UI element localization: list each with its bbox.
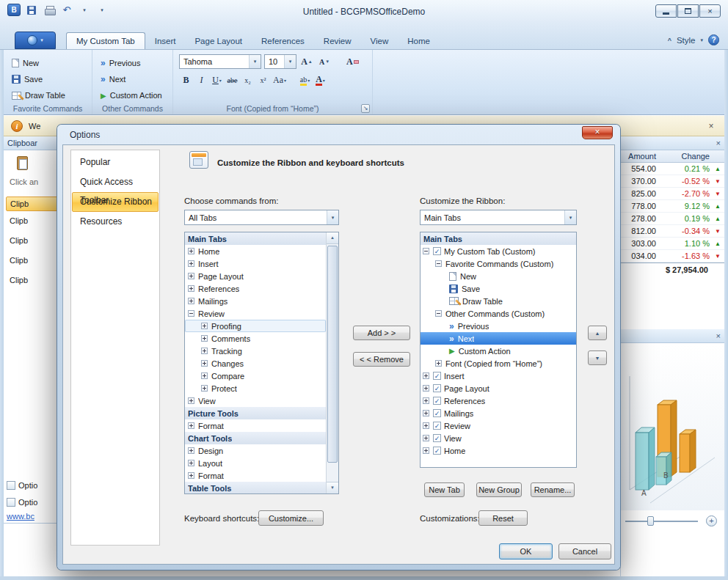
commands-item-format[interactable]: Format <box>185 469 326 482</box>
checkbox-checked[interactable]: ✓ <box>433 384 441 392</box>
tab-insert[interactable]: Insert <box>145 33 186 49</box>
tree-item-new[interactable]: New <box>421 270 576 282</box>
scroll-down-icon[interactable]: ▼ <box>327 482 338 493</box>
remove-button[interactable]: < < Remove <box>353 352 410 367</box>
help-icon[interactable]: ? <box>708 34 719 45</box>
nav-item-quick-access-toolbar[interactable]: Quick Access Toolbar <box>72 172 159 192</box>
subscript-button[interactable]: x₂ <box>241 73 255 87</box>
table-row[interactable]: 370.00 -0.52 % ▼ <box>621 175 724 188</box>
zoom-in-button[interactable]: + <box>706 515 717 526</box>
chevron-down-icon[interactable]: ▾ <box>564 210 576 224</box>
new-button[interactable]: New <box>10 55 87 71</box>
expand-icon[interactable] <box>423 397 429 404</box>
checkbox-checked[interactable]: ✓ <box>433 434 441 442</box>
commands-item-mailings[interactable]: Mailings <box>185 295 326 307</box>
commands-item-format[interactable]: Format <box>185 419 326 432</box>
commands-item-tracking[interactable]: Tracking <box>185 345 326 357</box>
expand-icon[interactable] <box>423 435 429 441</box>
save-button[interactable] <box>25 4 38 16</box>
close-button[interactable]: × <box>699 4 721 18</box>
collapse-icon[interactable] <box>435 310 442 317</box>
commands-item-proofing[interactable]: Proofing <box>185 320 326 332</box>
expand-icon[interactable] <box>423 410 429 416</box>
expand-icon[interactable] <box>188 248 194 254</box>
strikethrough-button[interactable]: abe <box>225 73 239 87</box>
font-name-combo[interactable]: Tahoma ▾ <box>179 54 261 69</box>
table-row[interactable]: 034.00 -1.63 % ▼ <box>621 250 724 263</box>
customize-shortcuts-button[interactable]: Customize... <box>258 510 324 526</box>
file-menu-button[interactable]: ▾ <box>15 32 56 49</box>
tree-item-other-commands[interactable]: Other Commands (Custom) <box>421 307 576 320</box>
checkbox-checked[interactable]: ✓ <box>433 409 441 417</box>
undo-button[interactable]: ↶ <box>60 4 73 16</box>
dialog-launcher-icon[interactable]: ↘ <box>361 104 370 113</box>
clipboard-item[interactable]: Clipb <box>4 271 60 290</box>
tree-item-next-selected[interactable]: »Next <box>421 332 576 345</box>
nav-item-customize-ribbon[interactable]: Customize Ribbon <box>72 192 159 212</box>
tree-item-font-group[interactable]: Font (Copied from “Home”) <box>421 357 576 370</box>
commands-item-page-layout[interactable]: Page Layout <box>185 270 326 282</box>
zoom-slider-track[interactable] <box>625 521 698 522</box>
grow-font-button[interactable]: A▲ <box>299 54 314 69</box>
collapse-icon[interactable] <box>435 260 442 267</box>
pane-close-icon[interactable]: × <box>716 139 721 147</box>
tree-item-custom-action[interactable]: ▶Custom Action <box>421 345 576 357</box>
tree-item-view[interactable]: ✓View <box>421 432 576 444</box>
clipboard-item[interactable]: Clipb <box>4 211 60 231</box>
commands-item-compare[interactable]: Compare <box>185 370 326 382</box>
expand-icon[interactable] <box>423 422 429 429</box>
scroll-up-icon[interactable]: ▲ <box>327 232 338 244</box>
commands-item-design[interactable]: Design <box>185 444 326 457</box>
expand-icon[interactable] <box>201 360 208 367</box>
collapse-ribbon-icon[interactable]: ^ <box>668 37 671 44</box>
print-button[interactable] <box>43 4 56 16</box>
clear-formatting-button[interactable]: A <box>345 54 360 69</box>
clipboard-item-selected[interactable]: Clipb <box>6 197 58 211</box>
scrollbar[interactable]: ▲ ▼ <box>326 232 338 493</box>
expand-icon[interactable] <box>188 397 194 404</box>
dialog-close-button[interactable]: × <box>582 126 613 139</box>
italic-button[interactable]: I <box>194 73 208 87</box>
expand-icon[interactable] <box>201 372 208 379</box>
change-case-button[interactable]: Aa▾ <box>272 73 288 87</box>
website-link[interactable]: www.bc <box>7 512 60 521</box>
font-size-combo[interactable]: 10 ▾ <box>264 54 296 69</box>
superscript-button[interactable]: x² <box>256 73 270 87</box>
new-group-button[interactable]: New Group <box>476 482 522 497</box>
draw-table-button[interactable]: Draw Table <box>10 87 87 103</box>
tree-item-draw-table[interactable]: Draw Table <box>421 295 576 307</box>
tree-item-home[interactable]: ✓Home <box>421 444 576 457</box>
zoom-slider-thumb[interactable] <box>647 516 654 526</box>
reset-button[interactable]: Reset <box>478 510 528 526</box>
checkbox-checked[interactable]: ✓ <box>433 372 441 380</box>
tree-item-my-custom-tab[interactable]: ✓My Custom Tab (Custom) <box>421 245 576 257</box>
column-header-amount[interactable]: Amount <box>621 152 656 161</box>
expand-icon[interactable] <box>423 385 429 392</box>
checkbox-checked[interactable]: ✓ <box>433 247 441 255</box>
table-row[interactable]: 812.00 -0.34 % ▼ <box>621 225 724 238</box>
table-row[interactable]: 554.00 0.21 % ▲ <box>621 163 724 175</box>
nav-item-resources[interactable]: Resources <box>72 212 159 232</box>
save-button-ribbon[interactable]: Save <box>10 71 87 87</box>
chevron-down-icon[interactable]: ▾ <box>700 37 703 43</box>
tab-home[interactable]: Home <box>398 33 440 49</box>
add-button[interactable]: Add > > <box>353 326 410 340</box>
expand-icon[interactable] <box>201 323 208 329</box>
choose-commands-combo[interactable]: All Tabs ▾ <box>184 210 339 225</box>
pane-close-icon[interactable]: × <box>716 331 721 340</box>
rename-button[interactable]: Rename... <box>531 482 575 497</box>
expand-icon[interactable] <box>188 460 194 466</box>
tree-item-mailings[interactable]: ✓Mailings <box>421 407 576 419</box>
custom-action-button[interactable]: ▶ Custom Action <box>98 87 168 103</box>
font-color-button[interactable]: A▾ <box>313 73 327 87</box>
clipboard-item[interactable]: Clipb <box>4 251 60 271</box>
tree-item-save[interactable]: Save <box>421 282 576 295</box>
tab-references[interactable]: References <box>252 33 314 49</box>
tree-item-previous[interactable]: »Previous <box>421 320 576 332</box>
expand-icon[interactable] <box>188 447 194 454</box>
table-row[interactable]: 778.00 9.12 % ▲ <box>621 200 724 213</box>
tree-item-review[interactable]: ✓Review <box>421 419 576 432</box>
expand-icon[interactable] <box>435 360 442 367</box>
customize-qat-button[interactable]: ▾ <box>95 4 109 16</box>
minimize-button[interactable] <box>655 4 677 18</box>
